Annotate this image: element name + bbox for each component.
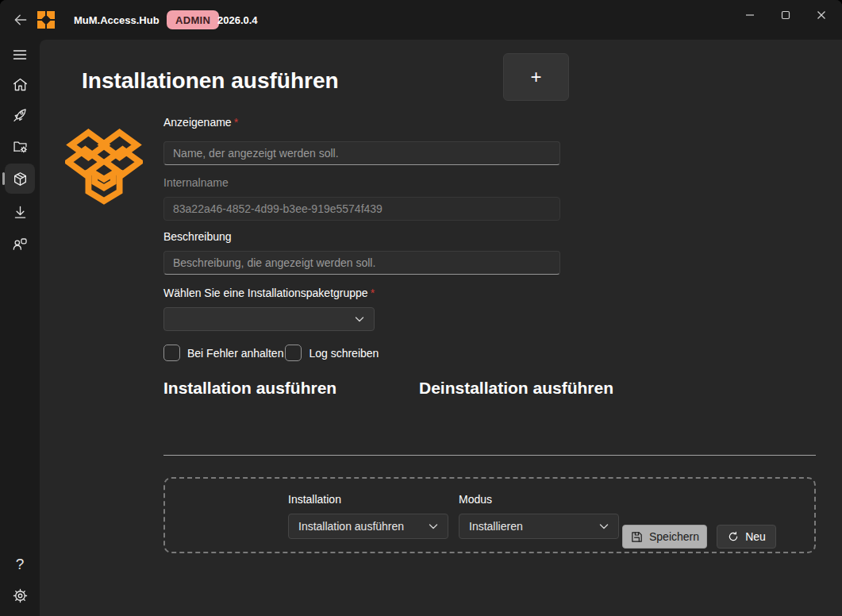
- minimize-icon: [745, 10, 755, 20]
- options-row: Bei Fehler anhalten Log schreiben: [163, 345, 380, 361]
- sidebar-item-downloads[interactable]: [5, 197, 35, 227]
- new-button-label: Neu: [745, 530, 766, 543]
- back-button[interactable]: [6, 6, 35, 33]
- plus-icon: +: [530, 66, 541, 88]
- bei-fehler-anhalten-checkbox[interactable]: [163, 345, 180, 361]
- refresh-icon: [727, 530, 740, 543]
- close-button[interactable]: [803, 2, 839, 29]
- chevron-down-icon: [429, 523, 438, 530]
- save-button-label: Speichern: [649, 530, 699, 543]
- beschreibung-label: Beschreibung: [163, 230, 232, 243]
- hamburger-icon: [12, 47, 28, 63]
- chevron-down-icon: [355, 316, 364, 323]
- folder-gear-icon: [12, 138, 29, 155]
- installation-dropdown[interactable]: Installation ausführen: [288, 514, 448, 539]
- installation-label: Installation: [288, 493, 341, 506]
- question-icon: ?: [16, 556, 25, 573]
- gear-icon: [12, 587, 29, 604]
- new-button[interactable]: Neu: [717, 525, 776, 549]
- minimize-button[interactable]: [732, 2, 767, 29]
- package-icon: [12, 171, 29, 187]
- modus-dropdown[interactable]: Installieren: [459, 514, 619, 539]
- internalname-input: [163, 197, 560, 221]
- required-marker: *: [371, 287, 375, 299]
- users-icon: [12, 236, 29, 252]
- app-title: MuM.Access.Hub: [74, 0, 160, 40]
- paketgruppe-label: Wählen Sie eine Installationspaketgruppe…: [163, 287, 375, 299]
- rocket-icon: [12, 106, 29, 123]
- chevron-down-icon: [599, 523, 609, 530]
- mum-logo-icon: [37, 10, 56, 29]
- open-box-icon: [65, 127, 143, 205]
- anzeigename-input[interactable]: [163, 141, 560, 165]
- window-controls: [732, 2, 839, 29]
- sidebar-item-home[interactable]: [5, 69, 35, 99]
- sidebar-item-projects[interactable]: [5, 131, 35, 161]
- sidebar-item-help[interactable]: ?: [5, 549, 35, 579]
- bei-fehler-anhalten-label: Bei Fehler anhalten: [187, 347, 283, 360]
- divider: [163, 455, 816, 456]
- sidebar-item-settings[interactable]: [5, 580, 35, 610]
- app-window: MuM.Access.Hub ADMIN 2026.0.4: [0, 0, 842, 616]
- page-title: Installationen ausführen: [82, 68, 339, 94]
- paketgruppe-dropdown[interactable]: [163, 307, 375, 331]
- add-step-button[interactable]: +: [503, 53, 569, 101]
- log-schreiben-checkbox[interactable]: [285, 345, 302, 361]
- admin-badge: ADMIN: [167, 10, 219, 29]
- log-schreiben-label: Log schreiben: [309, 347, 379, 360]
- home-icon: [12, 76, 29, 93]
- required-marker: *: [234, 116, 238, 129]
- sidebar-item-menu[interactable]: [5, 40, 35, 70]
- beschreibung-input[interactable]: [163, 251, 560, 275]
- save-button[interactable]: Speichern: [622, 525, 707, 549]
- sidebar-item-deploy[interactable]: [5, 99, 35, 129]
- maximize-button[interactable]: [767, 2, 803, 29]
- sidebar: ?: [0, 40, 40, 616]
- install-section-heading[interactable]: Installation ausführen: [163, 379, 336, 398]
- installation-selected-value: Installation ausführen: [298, 520, 404, 533]
- sidebar-item-accounts[interactable]: [5, 229, 35, 259]
- uninstall-section-heading[interactable]: Deinstallation ausführen: [419, 379, 613, 398]
- internalname-label: Internalname: [163, 176, 229, 189]
- anzeigename-label: Anzeigename*: [163, 116, 238, 129]
- arrow-left-icon: [13, 12, 29, 28]
- download-icon: [12, 204, 29, 221]
- titlebar: MuM.Access.Hub ADMIN 2026.0.4: [0, 0, 842, 40]
- version-label: 2026.0.4: [217, 0, 258, 40]
- sidebar-item-packages[interactable]: [5, 164, 35, 194]
- modus-label: Modus: [459, 493, 492, 506]
- modus-selected-value: Installieren: [469, 520, 523, 533]
- floppy-icon: [630, 530, 644, 544]
- close-icon: [817, 10, 826, 20]
- maximize-icon: [781, 10, 790, 20]
